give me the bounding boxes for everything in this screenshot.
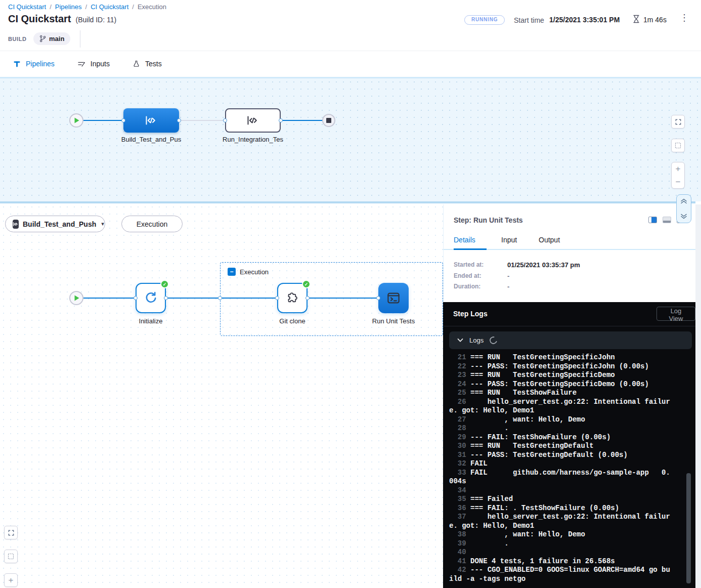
node-port xyxy=(275,296,279,300)
tab-input[interactable]: Input xyxy=(501,236,517,244)
stage-node-build-test-and-push[interactable] xyxy=(123,108,179,133)
execution-tabbar: Pipelines Inputs Tests Console View xyxy=(0,51,701,78)
marquee-select-button[interactable] xyxy=(671,139,685,152)
step-node-run-unit-tests[interactable] xyxy=(378,283,409,313)
header-divider xyxy=(80,30,80,48)
field-label: Ended at: xyxy=(454,272,507,280)
logs-section-header[interactable]: Logs xyxy=(449,331,692,349)
field-value: - xyxy=(507,283,509,290)
step-label: Run Unit Tests xyxy=(372,317,415,325)
step-logs-title: Step Logs xyxy=(453,310,488,318)
code-stage-icon xyxy=(145,114,158,127)
tab-pipelines-label: Pipelines xyxy=(26,60,55,68)
marquee-select-button[interactable] xyxy=(4,550,18,563)
tab-inputs[interactable]: Inputs xyxy=(77,59,110,68)
code-stage-icon xyxy=(13,220,19,229)
stage-label: Run_Integration_Tes xyxy=(223,136,283,143)
step-label: Git clone xyxy=(279,317,305,325)
tab-details[interactable]: Details xyxy=(454,236,475,244)
inputs-icon xyxy=(77,59,86,68)
marquee-icon xyxy=(7,553,15,560)
layout-fill xyxy=(651,217,656,223)
log-view-button[interactable]: Log View xyxy=(656,307,695,321)
stage-node-run-integration-tests[interactable] xyxy=(225,108,281,133)
breadcrumb-separator: / xyxy=(85,3,87,11)
node-port xyxy=(218,296,222,300)
build-section-label: BUILD xyxy=(8,36,27,42)
field-started-at: Started at: 01/25/2021 03:35:37 pm xyxy=(454,261,580,269)
success-badge: ✓ xyxy=(302,280,311,288)
tab-tests[interactable]: Tests xyxy=(132,60,162,68)
breadcrumb-link-pipelines[interactable]: Pipelines xyxy=(55,3,82,11)
stage-canvas[interactable]: Build_Test_and_Push ▾ Execution − Execut… xyxy=(0,203,443,588)
edge xyxy=(83,120,123,121)
status-badge: RUNNING xyxy=(464,15,505,25)
breadcrumb-separator: / xyxy=(50,3,52,11)
fullscreen-icon xyxy=(8,529,15,536)
loading-spinner-icon xyxy=(488,335,498,345)
field-value: - xyxy=(507,272,509,280)
tab-output[interactable]: Output xyxy=(539,236,560,244)
log-lines: 21 === RUN TestGreetingSpecificJohn 22 -… xyxy=(449,353,674,583)
breadcrumb-link-pipeline[interactable]: CI Quickstart xyxy=(91,3,128,11)
node-port xyxy=(376,296,380,300)
edge xyxy=(281,120,322,121)
layout-right-panel-icon[interactable] xyxy=(648,217,657,223)
start-time-value: 1/25/2021 3:35:01 PM xyxy=(549,16,620,24)
fullscreen-icon xyxy=(675,118,682,125)
step-node-initialize[interactable]: ✓ xyxy=(136,283,166,313)
marquee-icon xyxy=(674,142,682,149)
page-title: CI Quickstart xyxy=(8,13,71,25)
flask-icon xyxy=(132,60,141,68)
play-icon xyxy=(74,295,79,301)
zoom-in-button[interactable]: + xyxy=(672,162,684,176)
log-scrollbar[interactable] xyxy=(686,473,691,583)
breadcrumb: CI Quickstart/Pipelines/CI Quickstart/Ex… xyxy=(8,3,166,11)
step-node-git-clone[interactable]: ✓ xyxy=(277,283,308,313)
field-duration: Duration: - xyxy=(454,283,509,290)
pane-collapse-control[interactable] xyxy=(676,194,691,223)
collapse-group-icon[interactable]: − xyxy=(228,268,236,276)
layout-bottom-panel-icon[interactable] xyxy=(663,217,671,223)
code-stage-icon xyxy=(246,114,259,127)
stage-selector-dropdown[interactable]: Build_Test_and_Push ▾ xyxy=(5,216,105,232)
git-branch-icon xyxy=(39,35,46,43)
execution-group-header[interactable]: − Execution xyxy=(228,268,269,276)
node-port xyxy=(164,296,168,300)
pipeline-icon xyxy=(13,60,21,68)
step-details-panel: Step: Run Unit Tests Details Input Outpu… xyxy=(443,204,695,302)
page-scrollbar-track[interactable] xyxy=(695,204,701,588)
node-port xyxy=(121,118,125,122)
edge xyxy=(308,298,378,299)
chevron-down-icon: ▾ xyxy=(101,221,104,227)
start-time-label: Start time xyxy=(514,16,544,24)
success-badge: ✓ xyxy=(160,280,169,288)
edge xyxy=(83,298,136,299)
zoom-controls: + − xyxy=(671,162,685,189)
breadcrumb-link-project[interactable]: CI Quickstart xyxy=(8,3,46,11)
chevron-down-icon xyxy=(457,338,463,343)
logs-section-label: Logs xyxy=(469,337,484,344)
puzzle-icon xyxy=(285,290,300,306)
pipeline-canvas[interactable]: Build_Test_and_Pus Run_Integration_Tes +… xyxy=(0,78,701,201)
execution-step-group[interactable]: − Execution xyxy=(220,262,443,336)
zoom-out-button[interactable]: − xyxy=(672,176,684,189)
zoom-in-button[interactable]: + xyxy=(4,573,18,587)
tab-pipelines[interactable]: Pipelines xyxy=(13,60,55,68)
fullscreen-button[interactable] xyxy=(4,526,18,539)
node-port xyxy=(305,296,310,300)
execution-view-pill[interactable]: Execution xyxy=(121,216,183,232)
fullscreen-button[interactable] xyxy=(671,115,685,129)
pipeline-start-node[interactable] xyxy=(69,113,83,128)
layout-fill xyxy=(663,221,671,223)
more-options-icon[interactable]: ⋮ xyxy=(680,13,689,22)
breadcrumb-separator: / xyxy=(132,3,134,11)
stage-start-node[interactable] xyxy=(69,291,83,305)
elapsed-duration: 1m 46s xyxy=(643,16,667,24)
field-value: 01/25/2021 03:35:37 pm xyxy=(507,261,580,269)
build-id-label: (Build ID: 11) xyxy=(75,16,116,24)
chevrons-down-icon xyxy=(680,214,687,219)
branch-chip[interactable]: main xyxy=(33,32,70,45)
edge xyxy=(179,120,225,121)
execution-group-label: Execution xyxy=(240,268,269,276)
